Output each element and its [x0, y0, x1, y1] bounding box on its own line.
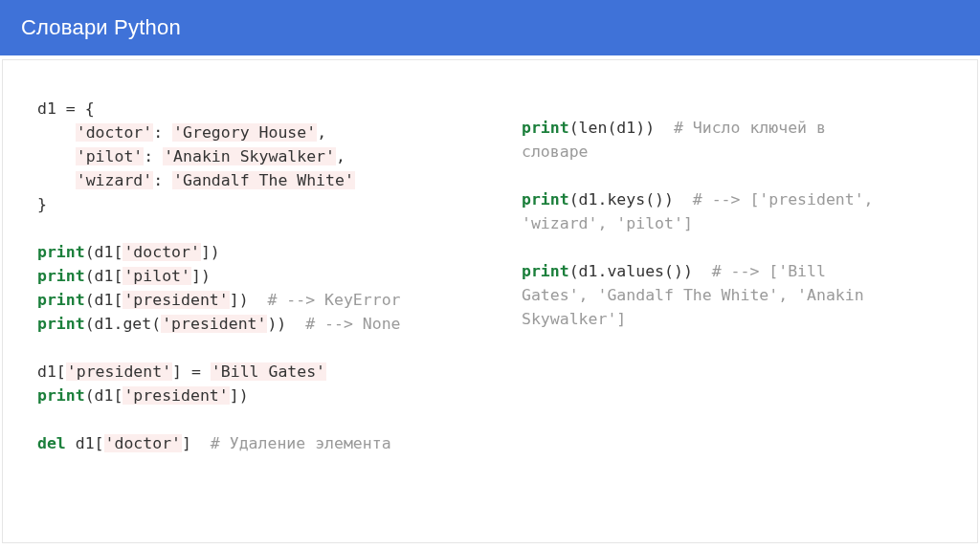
string-literal: 'pilot' [76, 147, 145, 165]
string-literal: 'doctor' [122, 243, 200, 261]
code-text: (d1[ [85, 386, 123, 405]
code-indent [37, 171, 76, 189]
keyword-print: print [522, 190, 569, 209]
comment: Skywalker'] [522, 310, 626, 328]
code-line: d1 = { [37, 99, 95, 118]
comment: # Число ключей в [674, 119, 826, 137]
string-literal: 'president' [122, 386, 229, 405]
comment: # --> ['Bill [712, 262, 826, 280]
code-text: ]) [230, 291, 268, 309]
string-literal: 'president' [122, 291, 229, 309]
code-text: ] [182, 434, 211, 452]
code-text: ]) [191, 267, 211, 285]
string-literal: 'president' [161, 315, 267, 333]
keyword-print: print [37, 315, 85, 333]
string-literal: 'Gandalf The White' [172, 171, 355, 189]
string-literal: 'Anakin Skywalker' [163, 147, 336, 165]
code-text: , [317, 123, 326, 142]
code-text: )) [267, 315, 305, 333]
code-text: , [336, 147, 345, 165]
code-text: ] = [172, 362, 211, 381]
code-column-left: d1 = { 'doctor': 'Gregory House', 'pilot… [37, 97, 464, 514]
code-text: (d1.get( [85, 315, 161, 333]
code-text: (d1[ [85, 291, 123, 309]
string-literal: 'Bill Gates' [211, 362, 326, 381]
keyword-del: del [37, 434, 66, 452]
keyword-print: print [37, 386, 85, 405]
string-literal: 'doctor' [76, 123, 153, 142]
string-literal: 'pilot' [122, 267, 191, 285]
code-text: d1[ [66, 434, 104, 452]
comment: Gates', 'Gandalf The White', 'Anakin [522, 286, 864, 304]
keyword-print: print [37, 243, 85, 261]
string-literal: 'Gregory House' [172, 123, 317, 142]
slide-header: Словари Python [0, 0, 980, 55]
code-text: (len(d1)) [569, 119, 674, 137]
code-text: ]) [201, 243, 220, 261]
slide-body: d1 = { 'doctor': 'Gregory House', 'pilot… [2, 59, 978, 543]
code-text: : [153, 171, 172, 189]
code-text: (d1.keys()) [569, 190, 693, 209]
comment: # --> ['president', [693, 190, 874, 209]
code-text: d1[ [37, 362, 66, 381]
code-text: ]) [230, 386, 249, 405]
comment: # --> KeyError [267, 291, 400, 309]
code-text: (d1.values()) [569, 262, 712, 280]
code-indent [37, 123, 76, 142]
code-indent [37, 147, 76, 165]
comment: # Удаление элемента [211, 434, 391, 452]
string-literal: 'wizard' [76, 171, 153, 189]
slide-title: Словари Python [21, 15, 181, 40]
string-literal: 'doctor' [104, 434, 182, 452]
keyword-print: print [37, 291, 85, 309]
code-text: : [144, 147, 163, 165]
code-text: (d1[ [85, 243, 123, 261]
code-text: (d1[ [85, 267, 123, 285]
comment: # --> None [305, 315, 400, 333]
keyword-print: print [522, 119, 569, 137]
comment: 'wizard', 'pilot'] [522, 214, 693, 232]
comment: словаре [522, 143, 589, 161]
string-literal: 'president' [66, 362, 172, 381]
keyword-print: print [37, 267, 85, 285]
code-line: } [37, 195, 47, 213]
keyword-print: print [522, 262, 569, 280]
code-column-right: print(len(d1)) # Число ключей в словаре … [522, 97, 948, 514]
code-text: : [153, 123, 172, 142]
